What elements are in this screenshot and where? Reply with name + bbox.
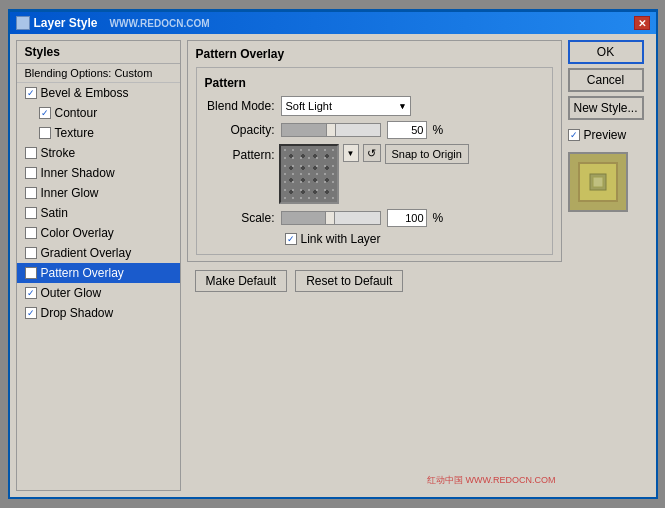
- scale-row: Scale: %: [205, 209, 544, 227]
- scale-input[interactable]: [387, 209, 427, 227]
- outer-glow-label: Outer Glow: [41, 286, 102, 300]
- pattern-reset-button[interactable]: ↺: [363, 144, 381, 162]
- gradient-overlay-label: Gradient Overlay: [41, 246, 132, 260]
- close-button[interactable]: ✕: [634, 16, 650, 30]
- gradient-overlay-checkbox[interactable]: [25, 247, 37, 259]
- title-bar-left: Layer Style WWW.REDOCN.COM: [16, 16, 210, 30]
- drop-shadow-checkbox[interactable]: [25, 307, 37, 319]
- preview-thumb-inner: [578, 162, 618, 202]
- title-watermark: WWW.REDOCN.COM: [110, 18, 210, 29]
- sub-section-title: Pattern: [205, 76, 544, 90]
- sidebar-item-satin[interactable]: Satin: [17, 203, 180, 223]
- link-with-layer-label: Link with Layer: [301, 232, 381, 246]
- opacity-percent: %: [433, 123, 444, 137]
- contour-checkbox[interactable]: [39, 107, 51, 119]
- stroke-checkbox[interactable]: [25, 147, 37, 159]
- preview-row: Preview: [568, 128, 650, 142]
- scale-slider[interactable]: [281, 211, 381, 225]
- blending-options-label[interactable]: Blending Options: Custom: [17, 64, 180, 83]
- snap-to-origin-button[interactable]: Snap to Origin: [385, 144, 469, 164]
- new-style-button[interactable]: New Style...: [568, 96, 644, 120]
- pattern-overlay-section: Pattern Overlay Pattern Blend Mode: Soft…: [187, 40, 562, 262]
- sidebar-item-drop-shadow[interactable]: Drop Shadow: [17, 303, 180, 323]
- blend-mode-label: Blend Mode:: [205, 99, 275, 113]
- drop-shadow-label: Drop Shadow: [41, 306, 114, 320]
- scale-label: Scale:: [205, 211, 275, 225]
- preview-checkbox[interactable]: [568, 129, 580, 141]
- inner-glow-checkbox[interactable]: [25, 187, 37, 199]
- main-panel: Pattern Overlay Pattern Blend Mode: Soft…: [187, 40, 562, 491]
- sidebar-item-texture[interactable]: Texture: [17, 123, 180, 143]
- reset-to-default-button[interactable]: Reset to Default: [295, 270, 403, 292]
- watermark: 红动中国 WWW.REDOCN.COM: [427, 474, 556, 487]
- sidebar-item-inner-shadow[interactable]: Inner Shadow: [17, 163, 180, 183]
- blend-mode-select[interactable]: Soft Light Normal Multiply Screen Overla…: [281, 96, 411, 116]
- left-panel: Styles Blending Options: Custom Bevel & …: [16, 40, 181, 491]
- opacity-slider[interactable]: [281, 123, 381, 137]
- sidebar-item-gradient-overlay[interactable]: Gradient Overlay: [17, 243, 180, 263]
- layer-style-dialog: Layer Style WWW.REDOCN.COM ✕ Styles Blen…: [8, 9, 658, 499]
- bevel-checkbox[interactable]: [25, 87, 37, 99]
- sidebar-item-pattern-overlay[interactable]: Pattern Overlay: [17, 263, 180, 283]
- cancel-button[interactable]: Cancel: [568, 68, 644, 92]
- sidebar-item-inner-glow[interactable]: Inner Glow: [17, 183, 180, 203]
- color-overlay-label: Color Overlay: [41, 226, 114, 240]
- inner-shadow-checkbox[interactable]: [25, 167, 37, 179]
- preview-layer-icon: [588, 172, 608, 192]
- ok-button[interactable]: OK: [568, 40, 644, 64]
- action-row: Make Default Reset to Default: [187, 270, 562, 292]
- pattern-dropdown-button[interactable]: ▼: [343, 144, 359, 162]
- link-with-layer-checkbox[interactable]: [285, 233, 297, 245]
- title-bar: Layer Style WWW.REDOCN.COM ✕: [10, 12, 656, 34]
- dialog-body: Styles Blending Options: Custom Bevel & …: [10, 34, 656, 497]
- sidebar-item-stroke[interactable]: Stroke: [17, 143, 180, 163]
- blend-mode-wrapper: Soft Light Normal Multiply Screen Overla…: [281, 96, 411, 116]
- pattern-row: Pattern: ▼ ↺ Snap to Origin: [205, 144, 544, 204]
- make-default-button[interactable]: Make Default: [195, 270, 288, 292]
- sidebar-item-contour[interactable]: Contour: [17, 103, 180, 123]
- pattern-label: Pattern:: [205, 144, 275, 162]
- sidebar-item-outer-glow[interactable]: Outer Glow: [17, 283, 180, 303]
- pattern-controls: ▼ ↺ Snap to Origin: [279, 144, 469, 204]
- texture-checkbox[interactable]: [39, 127, 51, 139]
- opacity-slider-wrapper: [281, 123, 381, 137]
- inner-glow-label: Inner Glow: [41, 186, 99, 200]
- sidebar-item-bevel[interactable]: Bevel & Emboss: [17, 83, 180, 103]
- preview-thumbnail: [568, 152, 628, 212]
- stroke-label: Stroke: [41, 146, 76, 160]
- scale-percent: %: [433, 211, 444, 225]
- left-panel-header: Styles: [17, 41, 180, 64]
- outer-glow-checkbox[interactable]: [25, 287, 37, 299]
- section-title: Pattern Overlay: [196, 47, 553, 61]
- blend-mode-row: Blend Mode: Soft Light Normal Multiply S…: [205, 96, 544, 116]
- opacity-row: Opacity: %: [205, 121, 544, 139]
- inner-shadow-label: Inner Shadow: [41, 166, 115, 180]
- color-overlay-checkbox[interactable]: [25, 227, 37, 239]
- svg-rect-1: [593, 177, 603, 187]
- pattern-overlay-checkbox[interactable]: [25, 267, 37, 279]
- app-icon: [16, 16, 30, 30]
- dialog-title: Layer Style: [34, 16, 98, 30]
- sidebar-item-color-overlay[interactable]: Color Overlay: [17, 223, 180, 243]
- scale-slider-wrapper: [281, 211, 381, 225]
- texture-label: Texture: [55, 126, 94, 140]
- styles-list: Bevel & Emboss Contour Texture Stroke In…: [17, 83, 180, 490]
- link-with-layer-row: Link with Layer: [205, 232, 544, 246]
- opacity-input[interactable]: [387, 121, 427, 139]
- pattern-preview-inner: [281, 146, 337, 202]
- pattern-overlay-label: Pattern Overlay: [41, 266, 124, 280]
- bevel-label: Bevel & Emboss: [41, 86, 129, 100]
- satin-checkbox[interactable]: [25, 207, 37, 219]
- preview-label: Preview: [584, 128, 627, 142]
- opacity-label: Opacity:: [205, 123, 275, 137]
- right-panel: OK Cancel New Style... Preview: [568, 40, 650, 491]
- pattern-preview[interactable]: [279, 144, 339, 204]
- contour-label: Contour: [55, 106, 98, 120]
- satin-label: Satin: [41, 206, 68, 220]
